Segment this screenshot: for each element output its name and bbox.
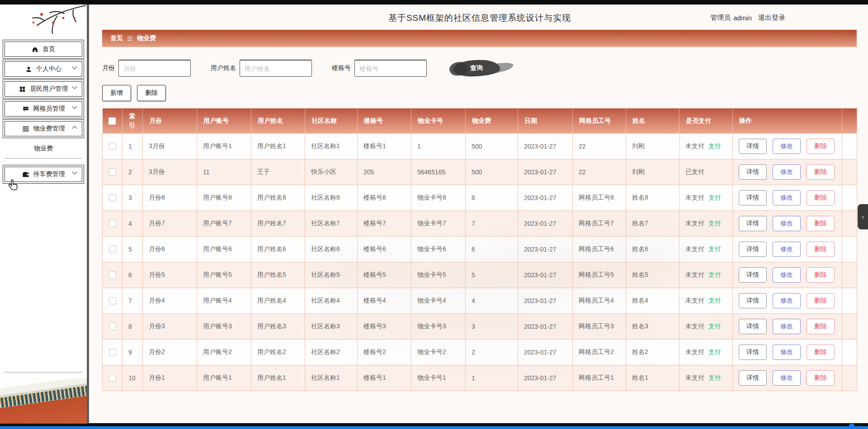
row-delete-button[interactable]: 删除 — [807, 164, 835, 180]
cell-worker_no: 网格员工号2 — [573, 339, 626, 365]
cell-month: 月份2 — [143, 339, 197, 365]
row-delete-button[interactable]: 删除 — [807, 139, 835, 154]
panel-collapse-tab[interactable]: ‹ — [858, 204, 868, 229]
pay-link[interactable]: 支付 — [708, 219, 721, 227]
row-checkbox[interactable] — [109, 374, 116, 382]
sidebar-item-profile[interactable]: 个人中心 — [3, 60, 84, 79]
add-button[interactable]: 新增 — [102, 85, 131, 101]
user-name-input[interactable] — [240, 60, 312, 77]
cell-building: 楼栋号6 — [358, 236, 411, 262]
row-checkbox[interactable] — [109, 194, 116, 201]
row-delete-button[interactable]: 删除 — [807, 319, 835, 334]
cell-building: 205 — [358, 159, 411, 185]
row-edit-button[interactable]: 修改 — [773, 216, 801, 231]
cell-worker_no: 网格员工号5 — [573, 262, 626, 288]
sidebar-item-inner: 物业费管理 — [5, 121, 82, 136]
row-checkbox[interactable] — [109, 246, 116, 253]
row-checkbox[interactable] — [109, 349, 116, 356]
row-delete-button[interactable]: 删除 — [807, 216, 835, 231]
pay-link[interactable]: 支付 — [708, 374, 721, 381]
column-header: 姓名 — [626, 108, 679, 133]
cell-community: 社区名称1 — [305, 133, 358, 159]
pay-link[interactable]: 支付 — [708, 297, 721, 304]
cell-index: 6 — [123, 262, 143, 288]
cell-month: 月份4 — [143, 288, 197, 313]
cell-card_no: 物业卡号8 — [411, 185, 466, 210]
pay-link[interactable]: 支付 — [708, 142, 721, 149]
table-row: 13月份用户账号1用户姓名1社区名称1楼栋号115002023-01-2722刘… — [103, 133, 857, 159]
row-delete-button[interactable]: 删除 — [807, 267, 835, 283]
row-detail-button[interactable]: 详情 — [739, 164, 767, 180]
cell-worker_no: 网格员工号6 — [573, 236, 626, 262]
delete-button[interactable]: 删除 — [137, 85, 166, 101]
row-checkbox[interactable] — [109, 168, 116, 176]
bottom-scroll-bar[interactable] — [0, 426, 868, 429]
row-detail-button[interactable]: 详情 — [739, 345, 767, 360]
pay-link[interactable]: 支付 — [708, 322, 721, 330]
sidebar-item-label: 首页 — [42, 45, 55, 53]
query-button[interactable]: 查询 — [453, 59, 500, 77]
row-checkbox[interactable] — [109, 297, 116, 304]
chevron-down-icon — [72, 106, 77, 109]
cell-index: 10 — [123, 365, 143, 391]
sidebar-item-home[interactable]: 首页 — [3, 40, 84, 59]
column-header: 物业费 — [466, 108, 518, 133]
row-detail-button[interactable]: 详情 — [739, 267, 767, 283]
sidebar-item-grid-workers[interactable]: 网格员管理 — [3, 99, 84, 118]
breadcrumb-home-link[interactable]: 首页 — [110, 34, 123, 42]
month-input[interactable] — [118, 60, 191, 77]
row-detail-button[interactable]: 详情 — [739, 293, 767, 308]
chevron-down-icon — [72, 86, 77, 89]
row-detail-button[interactable]: 详情 — [739, 370, 767, 386]
row-edit-button[interactable]: 修改 — [773, 293, 801, 308]
row-delete-button[interactable]: 删除 — [807, 370, 835, 386]
row-detail-button[interactable]: 详情 — [739, 139, 767, 154]
sidebar-item-property-fee-mgmt[interactable]: 物业费管理 — [3, 119, 84, 138]
pay-link[interactable]: 支付 — [708, 348, 721, 355]
cell-worker_name: 刘刚 — [626, 159, 679, 185]
row-edit-button[interactable]: 修改 — [773, 345, 801, 360]
row-edit-button[interactable]: 修改 — [773, 242, 801, 257]
row-delete-button[interactable]: 删除 — [807, 293, 835, 308]
row-edit-button[interactable]: 修改 — [773, 139, 801, 154]
row-delete-button[interactable]: 删除 — [807, 345, 835, 360]
scroll-indicator-dot[interactable] — [849, 424, 854, 429]
cell-month: 月份5 — [143, 262, 197, 288]
pay-link[interactable]: 支付 — [708, 271, 721, 278]
cell-worker_name: 姓名8 — [626, 185, 679, 210]
sidebar-item-inner: 网格员管理 — [5, 101, 82, 117]
sidebar-item-residents[interactable]: 居民用户管理 — [3, 79, 84, 98]
pay-link[interactable]: 支付 — [708, 194, 721, 201]
row-edit-button[interactable]: 修改 — [773, 370, 801, 386]
row-checkbox[interactable] — [109, 143, 116, 150]
cell-pay-status: 未支付支付 — [679, 185, 733, 210]
building-no-input[interactable] — [354, 60, 427, 77]
cell-date: 2023-01-27 — [518, 210, 573, 236]
select-all-checkbox[interactable] — [108, 117, 116, 125]
cell-user_name: 用户姓名2 — [251, 339, 305, 365]
logout-link[interactable]: 退出登录 — [758, 14, 785, 22]
row-delete-button[interactable]: 删除 — [807, 242, 835, 257]
pay-link[interactable]: 支付 — [708, 245, 721, 252]
pay-status-text: 未支付 — [685, 374, 704, 381]
row-edit-button[interactable]: 修改 — [773, 190, 801, 205]
home-icon — [32, 46, 38, 53]
row-checkbox[interactable] — [109, 220, 116, 227]
sidebar-subitem-property-fee[interactable]: 物业费 — [3, 142, 84, 155]
chevron-down-icon — [72, 171, 77, 175]
row-detail-button[interactable]: 详情 — [739, 216, 767, 231]
row-edit-button[interactable]: 修改 — [773, 319, 801, 334]
cell-user_name: 王子 — [251, 159, 305, 185]
column-header: 是否支付 — [679, 108, 733, 133]
row-edit-button[interactable]: 修改 — [773, 267, 801, 283]
cell-building: 楼栋号4 — [358, 288, 411, 313]
row-detail-button[interactable]: 详情 — [739, 242, 767, 257]
row-detail-button[interactable]: 详情 — [739, 319, 767, 334]
username: admin — [733, 14, 752, 22]
row-delete-button[interactable]: 删除 — [807, 190, 835, 205]
row-checkbox[interactable] — [109, 271, 116, 279]
row-checkbox[interactable] — [109, 323, 116, 330]
row-edit-button[interactable]: 修改 — [773, 164, 801, 180]
row-detail-button[interactable]: 详情 — [739, 190, 767, 205]
sidebar-item-inner: 居民用户管理 — [5, 81, 82, 97]
